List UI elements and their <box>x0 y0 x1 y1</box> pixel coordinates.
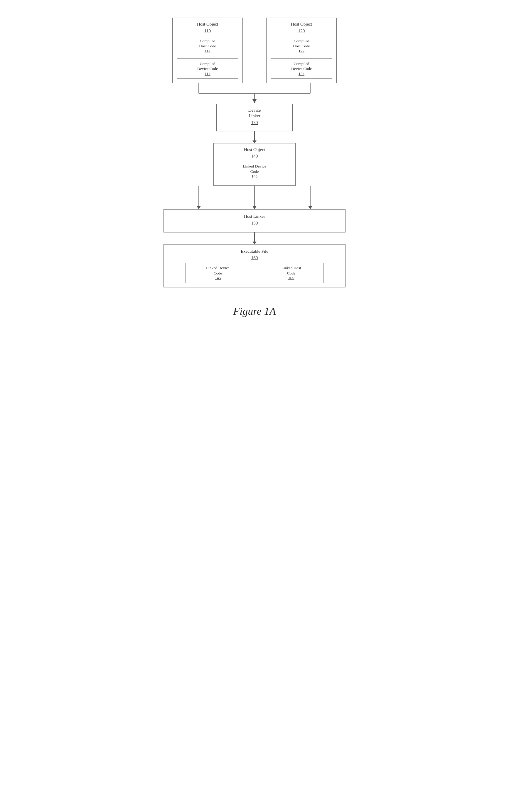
arrow-linker-to-exec <box>252 232 257 244</box>
linked-device-code-145-box: Linked DeviceCode 145 <box>218 161 291 181</box>
exec-linked-host-code-box: Linked HostCode 165 <box>259 263 324 283</box>
host-object-110: Host Object 110 CompiledHost Code 112 Co… <box>172 18 243 83</box>
executable-inner-row: Linked DeviceCode 145 Linked HostCode 16… <box>168 263 341 283</box>
compiled-host-code-112-box: CompiledHost Code 112 <box>177 36 238 56</box>
svg-marker-9 <box>308 206 312 209</box>
host-object-110-title: Host Object <box>177 22 238 27</box>
host-object-120: Host Object 120 CompiledHost Code 122 Co… <box>266 18 337 83</box>
diagram: Host Object 110 CompiledHost Code 112 Co… <box>145 18 364 287</box>
page: Host Object 110 CompiledHost Code 112 Co… <box>127 6 382 412</box>
compiled-device-code-114-title: CompiledDevice Code <box>180 61 235 71</box>
host-object-120-number: 120 <box>271 29 332 33</box>
device-linker-title: DeviceLinker <box>228 107 281 119</box>
linked-device-code-145-title: Linked DeviceCode <box>221 164 288 174</box>
compiled-device-code-114-number: 114 <box>180 71 235 76</box>
svg-marker-11 <box>252 206 257 209</box>
top-arrows <box>164 83 345 104</box>
arrow-linker-to-140 <box>252 131 257 143</box>
compiled-host-code-112-title: CompiledHost Code <box>180 38 235 49</box>
middle-arrows-svg <box>164 186 345 209</box>
linked-device-code-145-number: 145 <box>221 174 288 179</box>
figure-title: Figure 1A <box>145 305 364 317</box>
compiled-host-code-122-title: CompiledHost Code <box>274 38 329 49</box>
host-object-120-title: Host Object <box>271 22 332 27</box>
compiled-device-code-124-title: CompiledDevice Code <box>274 61 329 71</box>
host-object-110-number: 110 <box>177 29 238 33</box>
exec-linked-device-title: Linked DeviceCode <box>192 266 244 276</box>
device-linker-number: 130 <box>228 120 281 125</box>
compiled-host-code-112-number: 112 <box>180 49 235 54</box>
compiled-device-code-124-number: 124 <box>274 71 329 76</box>
top-arrows-svg <box>164 83 345 104</box>
host-linker-150: Host Linker 150 <box>164 209 345 232</box>
exec-linked-host-title: Linked HostCode <box>265 266 317 276</box>
top-row: Host Object 110 CompiledHost Code 112 Co… <box>145 18 364 83</box>
host-object-140: Host Object 140 Linked DeviceCode 145 <box>213 143 296 186</box>
executable-file-160: Executable File 160 Linked DeviceCode 14… <box>164 244 345 288</box>
executable-number: 160 <box>168 255 341 260</box>
compiled-host-code-122-number: 122 <box>274 49 329 54</box>
executable-title: Executable File <box>168 249 341 254</box>
exec-linked-device-code-box: Linked DeviceCode 145 <box>185 263 250 283</box>
svg-marker-7 <box>197 206 201 209</box>
device-linker-130: DeviceLinker 130 <box>216 104 293 131</box>
exec-linked-host-number: 165 <box>265 276 317 280</box>
compiled-device-code-114-box: CompiledDevice Code 114 <box>177 59 238 79</box>
exec-linked-device-number: 145 <box>192 276 244 280</box>
compiled-device-code-124-box: CompiledDevice Code 124 <box>271 59 332 79</box>
host-linker-title: Host Linker <box>175 214 334 220</box>
compiled-host-code-122-box: CompiledHost Code 122 <box>271 36 332 56</box>
svg-marker-3 <box>252 99 257 103</box>
middle-arrows <box>164 186 345 209</box>
host-linker-number: 150 <box>175 221 334 226</box>
host-object-140-title: Host Object <box>218 147 291 153</box>
host-object-140-number: 140 <box>218 154 291 159</box>
